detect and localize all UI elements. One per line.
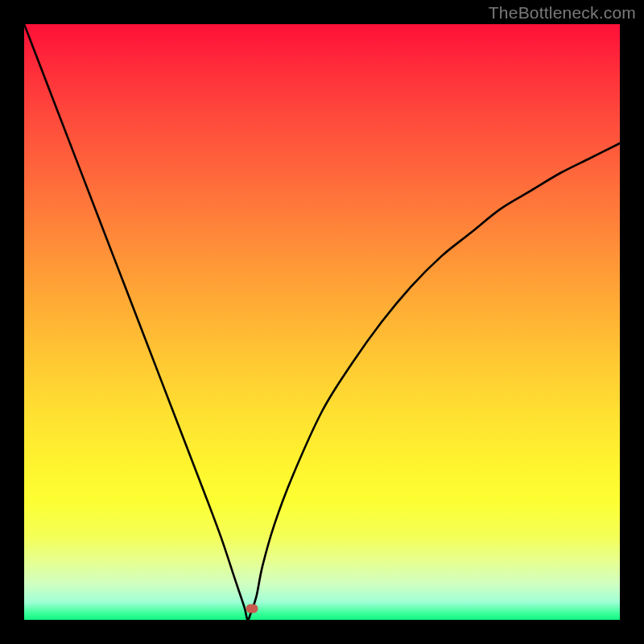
bottleneck-curve: [24, 24, 620, 620]
watermark-text: TheBottleneck.com: [489, 3, 636, 23]
minimum-marker: [246, 604, 258, 613]
plot-area: [24, 24, 620, 620]
chart-frame: TheBottleneck.com: [0, 0, 644, 644]
